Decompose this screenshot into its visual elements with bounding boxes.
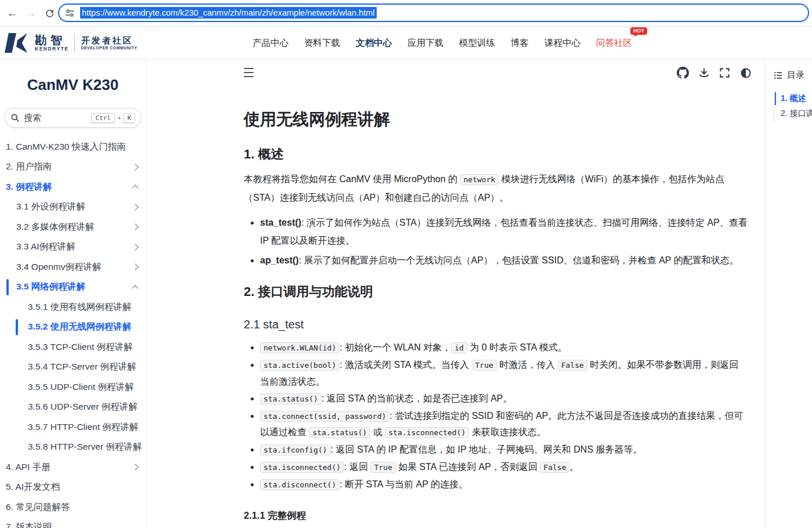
nav-item-courses[interactable]: 课程中心 (544, 37, 580, 49)
inline-code: sta.connect(ssid, password) (260, 411, 389, 422)
inline-code: network (460, 174, 499, 185)
sidebar-item-release-notes[interactable]: 7. 版本说明 (0, 518, 146, 528)
inline-code: True (472, 360, 497, 371)
fullscreen-button[interactable] (719, 67, 731, 79)
download-button[interactable] (698, 67, 710, 79)
menu-toggle-button[interactable] (244, 67, 257, 78)
list-item: ap_test(): 展示了如何配置并启动一个无线访问点（AP），包括设置 SS… (260, 251, 748, 269)
refresh-icon (45, 9, 55, 19)
sidebar-item-network[interactable]: 3.5 网络例程讲解 (0, 277, 146, 298)
nav-item-blog[interactable]: 博客 (511, 37, 529, 49)
section-overview-heading: 1. 概述 (244, 146, 748, 163)
inline-code: id (451, 342, 467, 353)
inline-code: sta.isconnected() (260, 462, 344, 473)
sidebar-item-peripheral[interactable]: 3.1 外设例程讲解 (0, 197, 146, 218)
inline-code: sta.isconnected() (385, 427, 469, 438)
nav-item-apps[interactable]: 应用下载 (407, 37, 443, 49)
github-button[interactable] (677, 67, 689, 79)
hot-badge: HOT (630, 27, 647, 35)
inline-code: sta.status() (260, 393, 322, 404)
nav-item-docs[interactable]: 文档中心 (356, 37, 392, 49)
sidebar-item-http-client[interactable]: 3.5.7 HTTP-Client 例程讲解 (0, 417, 146, 437)
inline-code: sta.status() (309, 427, 370, 438)
browser-forward-button[interactable]: → (22, 5, 39, 22)
fullscreen-icon (719, 67, 730, 78)
browser-back-button[interactable]: ← (3, 5, 21, 22)
toc-item-api[interactable]: 2. 接口调用与功能说明 (775, 106, 812, 121)
chevron-right-icon (132, 164, 138, 170)
sidebar-item-faq[interactable]: 6. 常见问题解答 (0, 497, 146, 518)
chevron-right-icon (132, 464, 138, 471)
example-heading: 2.1.1 完整例程 (244, 509, 748, 522)
community-cn: 开发者社区 (81, 36, 137, 46)
search-icon (10, 113, 20, 122)
main-nav: 产品中心 资料下载 文档中心 应用下载 模型训练 博客 课程中心 问答社区 HO… (252, 27, 632, 59)
list-item: sta.active(bool): 激活或关闭 STA 模式。当传入 True … (260, 357, 748, 389)
sidebar-item-userguide[interactable]: 2. 用户指南 (0, 157, 146, 178)
bullet-text: : 展示了如何配置并启动一个无线访问点（AP），包括设置 SSID、信道和密码，… (299, 255, 739, 265)
sidebar-item-ai[interactable]: 3.3 AI例程讲解 (0, 237, 146, 258)
kendryte-logo[interactable]: 勘智 KENDRYTE 开发者社区 DEVELOPER COMMUNITY (5, 27, 138, 59)
chevron-right-icon (132, 244, 138, 250)
chevron-up-icon (132, 285, 138, 291)
subsection-sta-test-heading: 2.1 sta_test (244, 318, 748, 331)
nav-item-downloads[interactable]: 资料下载 (304, 37, 340, 49)
sidebar-item-tcp-client[interactable]: 3.5.3 TCP-Client 例程讲解 (0, 337, 146, 357)
search-placeholder: 搜索 (24, 113, 91, 124)
bullet-text: : 演示了如何作为站点（STA）连接到无线网络，包括查看当前连接状态、扫描可用网… (260, 218, 748, 245)
inline-code: sta.disconnect() (260, 479, 340, 490)
community-en: DEVELOPER COMMUNITY (81, 46, 137, 50)
sidebar-item-quickstart[interactable]: 1. CanMV-K230 快速入门指南 (0, 137, 146, 157)
toc-item-overview[interactable]: 1. 概述 (775, 91, 812, 106)
nav-item-products[interactable]: 产品中心 (252, 37, 288, 49)
url-bar[interactable]: https://www.kendryte.com/k230_canmv/zh/m… (58, 3, 809, 22)
site-settings-icon[interactable] (64, 8, 75, 19)
sidebar-item-ai-docs[interactable]: 5. AI开发文档 (0, 478, 146, 498)
kbd-k: K (123, 113, 135, 123)
sidebar-item-wlan[interactable]: 3.5.2 使用无线网例程讲解 (0, 317, 146, 338)
sidebar-item-udp-server[interactable]: 3.5.6 UDP-Server 例程讲解 (0, 397, 146, 418)
inline-code: False (540, 462, 569, 473)
sidebar-item-http-server[interactable]: 3.5.8 HTTP-Server 例程讲解 (0, 437, 146, 458)
nav-item-training[interactable]: 模型训练 (459, 37, 495, 49)
list-item: network.WLAN(id): 初始化一个 WLAN 对象，id 为 0 时… (260, 339, 748, 356)
sidebar-title: CanMV K230 (0, 76, 146, 94)
table-of-contents: 目录 1. 概述 2. 接口调用与功能说明 (764, 60, 812, 528)
sidebar-item-wired[interactable]: 3.5.1 使用有线网例程讲解 (0, 297, 146, 317)
kendryte-logo-icon (5, 32, 29, 54)
chevron-up-icon (132, 185, 138, 191)
sidebar-item-udp-client[interactable]: 3.5.5 UDP-Client 例程讲解 (0, 377, 146, 397)
function-name: sta_test() (260, 218, 301, 227)
toc-list-icon (774, 71, 783, 80)
brand-en: KENDRYTE (35, 46, 68, 52)
kbd-plus: + (117, 114, 121, 121)
nav-item-qa[interactable]: 问答社区 HOT (596, 37, 632, 49)
api-list: network.WLAN(id): 初始化一个 WLAN 对象，id 为 0 时… (260, 339, 748, 493)
chevron-right-icon (132, 264, 138, 270)
overview-bullets: sta_test(): 演示了如何作为站点（STA）连接到无线网络，包括查看当前… (260, 214, 748, 269)
sidebar-item-multimedia[interactable]: 3.2 多媒体例程讲解 (0, 217, 146, 237)
overview-paragraph: 本教程将指导您如何在 CanMV 使用 MicroPython 的 networ… (244, 170, 748, 207)
sidebar-item-api-manual[interactable]: 4. API 手册 (0, 457, 146, 478)
download-icon (698, 67, 710, 79)
theme-toggle-button[interactable] (739, 67, 752, 79)
sidebar-item-examples[interactable]: 3. 例程讲解 (0, 177, 146, 197)
list-item: sta_test(): 演示了如何作为站点（STA）连接到无线网络，包括查看当前… (260, 214, 748, 249)
browser-refresh-button[interactable] (41, 5, 58, 22)
inline-code: False (558, 360, 587, 371)
sidebar-item-openmv[interactable]: 3.4 Openmv例程讲解 (0, 257, 146, 277)
logo-divider (74, 34, 75, 52)
list-item: sta.disconnect(): 断开 STA 与当前 AP 的连接。 (260, 476, 748, 493)
toc-header: 目录 (774, 70, 812, 81)
list-item: sta.status(): 返回 STA 的当前状态，如是否已连接到 AP。 (260, 390, 748, 407)
doc-sidebar: CanMV K230 搜索 Ctrl + K 1. CanMV-K230 快速入… (0, 60, 146, 528)
kbd-ctrl: Ctrl (91, 113, 115, 123)
sidebar-item-tcp-server[interactable]: 3.5.4 TCP-Server 例程讲解 (0, 357, 146, 378)
function-name: ap_test() (260, 255, 299, 265)
inline-code: network.WLAN(id) (260, 342, 340, 353)
article: 使用无线网例程讲解 1. 概述 本教程将指导您如何在 CanMV 使用 Micr… (244, 109, 748, 528)
browser-chrome: ← → https://www.kendryte.com/k230_canmv/… (0, 0, 812, 27)
url-text[interactable]: https://www.kendryte.com/k230_canmv/zh/m… (80, 7, 377, 19)
doc-toolbar (677, 67, 752, 79)
search-input[interactable]: 搜索 Ctrl + K (5, 108, 141, 128)
